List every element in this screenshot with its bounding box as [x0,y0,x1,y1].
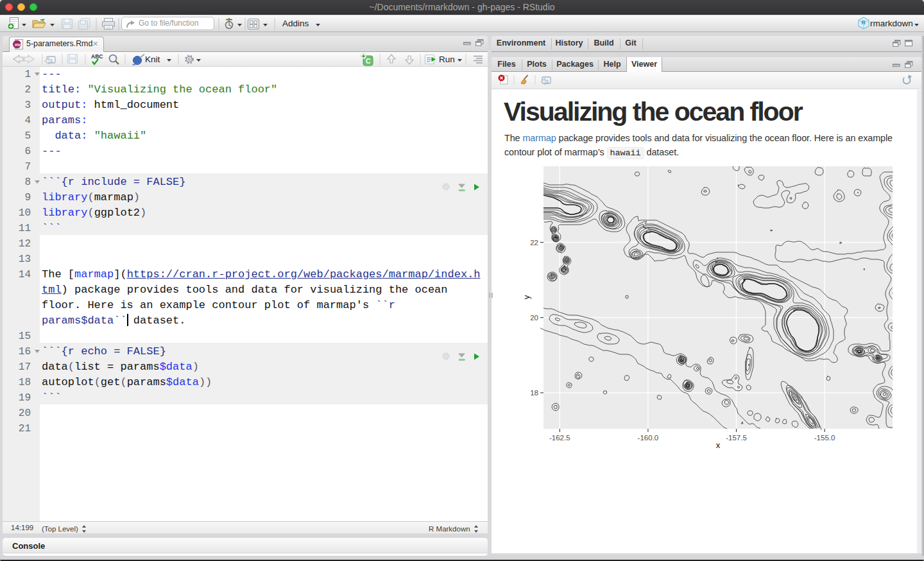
svg-text:-155.0: -155.0 [814,434,835,442]
svg-text:22: 22 [530,239,538,246]
svg-text:-157.5: -157.5 [726,434,747,442]
svg-text:Knit: Knit [145,55,160,64]
svg-text:-162.5: -162.5 [549,434,570,442]
svg-text:Run: Run [439,55,455,64]
svg-text:y: y [522,295,531,299]
svg-text:ABC: ABC [91,53,103,60]
svg-text:20: 20 [530,314,538,322]
svg-text:x: x [716,440,721,449]
svg-text:Addins: Addins [282,19,309,28]
svg-text:-160.0: -160.0 [638,434,659,442]
svg-text:18: 18 [530,389,538,397]
svg-text:rmarkdown: rmarkdown [870,19,913,28]
svg-text:C: C [366,57,371,65]
svg-text:md: md [15,42,22,47]
svg-text:R: R [862,19,866,26]
